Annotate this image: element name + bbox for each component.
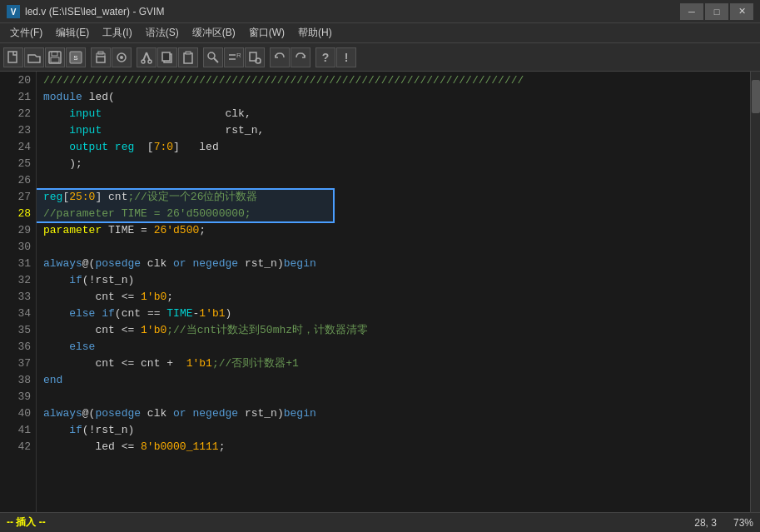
token: 1'b1 xyxy=(186,357,212,370)
minimize-button[interactable]: ─ xyxy=(680,3,703,20)
toolbar-preview[interactable] xyxy=(112,47,132,67)
line-number: 41 xyxy=(7,421,31,438)
token xyxy=(180,141,199,153)
svg-rect-2 xyxy=(8,52,17,62)
token: negedge xyxy=(192,257,238,270)
token: end xyxy=(43,374,62,386)
toolbar: S R ? ! xyxy=(0,43,760,72)
toolbar-cut[interactable] xyxy=(137,47,156,67)
token: clk xyxy=(147,257,166,270)
line-number: 23 xyxy=(7,122,31,138)
toolbar-print[interactable] xyxy=(91,47,111,67)
token: 25:0 xyxy=(69,191,95,203)
toolbar-replace[interactable]: R xyxy=(224,47,244,67)
token: rst_n xyxy=(95,424,127,436)
svg-rect-8 xyxy=(97,57,105,62)
code-line xyxy=(43,388,750,405)
token xyxy=(238,407,245,420)
menu-window[interactable]: 窗口(W) xyxy=(242,23,291,43)
svg-point-14 xyxy=(142,60,145,63)
token: if xyxy=(69,274,82,286)
token: TIME xyxy=(108,224,134,236)
token: ( xyxy=(108,91,115,103)
left-indicator-mark xyxy=(0,421,7,438)
token: led xyxy=(95,440,114,453)
maximize-button[interactable]: □ xyxy=(705,3,728,20)
token: clk xyxy=(225,107,244,120)
token xyxy=(43,107,69,120)
token: // xyxy=(43,207,57,220)
toolbar-sep3 xyxy=(199,47,202,67)
svg-line-21 xyxy=(214,58,218,62)
status-right: 28, 3 73% xyxy=(694,517,753,529)
left-indicator-mark xyxy=(0,255,7,271)
svg-text:R: R xyxy=(236,52,241,59)
token xyxy=(43,141,69,153)
toolbar-findfile[interactable] xyxy=(245,47,265,67)
token: module xyxy=(43,91,82,103)
token: cnt xyxy=(95,324,114,336)
left-indicator-mark xyxy=(0,388,7,405)
token: reg xyxy=(43,191,62,203)
token xyxy=(82,91,89,103)
close-button[interactable]: ✕ xyxy=(730,3,753,20)
token xyxy=(102,107,225,120)
toolbar-undo[interactable] xyxy=(270,47,290,67)
code-line: cnt <= 1'b0;//当cnt计数达到50mhz时，计数器清零 xyxy=(43,321,750,338)
toolbar-redo[interactable] xyxy=(291,47,310,67)
toolbar-save2[interactable]: S xyxy=(66,47,86,67)
token: ) xyxy=(226,307,232,320)
menu-file[interactable]: 文件(F) xyxy=(3,23,49,43)
token: + xyxy=(160,357,186,370)
scrollbar-thumb[interactable] xyxy=(752,80,760,113)
toolbar-save[interactable] xyxy=(45,47,65,67)
menu-syntax[interactable]: 语法(S) xyxy=(139,23,186,43)
left-indicator-mark xyxy=(0,205,7,221)
menu-help[interactable]: 帮助(H) xyxy=(291,23,339,43)
line-number: 30 xyxy=(7,238,31,255)
code-line: cnt <= 1'b0; xyxy=(43,288,750,305)
token: <= xyxy=(115,357,141,370)
code-area[interactable]: ////////////////////////////////////////… xyxy=(37,72,750,512)
line-numbers: 2021222324252627282930313233343536373839… xyxy=(7,72,37,512)
left-indicator-mark xyxy=(0,321,7,338)
toolbar-find[interactable] xyxy=(203,47,223,67)
toolbar-help[interactable]: ? xyxy=(315,47,335,67)
toolbar-copy[interactable] xyxy=(157,47,177,67)
app-icon: V xyxy=(7,5,20,18)
left-indicator-mark xyxy=(0,288,7,305)
token: 8'b0000_1111 xyxy=(141,440,219,453)
token: ; xyxy=(199,224,206,236)
token: TIME = 26'd50000000; xyxy=(115,207,251,220)
scrollbar[interactable] xyxy=(750,72,760,512)
token xyxy=(166,407,173,420)
token: = xyxy=(134,224,153,236)
toolbar-info[interactable]: ! xyxy=(336,47,356,67)
svg-point-15 xyxy=(148,60,152,63)
token xyxy=(238,257,245,270)
token: led xyxy=(89,91,108,103)
svg-rect-19 xyxy=(186,52,191,54)
menu-tools[interactable]: 工具(I) xyxy=(96,23,138,43)
token: [ xyxy=(62,191,69,203)
code-line: ////////////////////////////////////////… xyxy=(43,72,750,88)
token: input xyxy=(69,107,102,120)
line-number: 28 xyxy=(7,205,31,221)
token: (! xyxy=(82,274,96,286)
left-indicator-mark xyxy=(0,221,7,238)
token xyxy=(43,274,69,286)
menu-edit[interactable]: 编辑(E) xyxy=(49,23,96,43)
line-number: 32 xyxy=(7,271,31,288)
token: ] xyxy=(95,191,108,203)
token xyxy=(95,307,102,320)
toolbar-new[interactable] xyxy=(3,47,23,67)
code-line: module led( xyxy=(43,88,750,105)
menu-buffer[interactable]: 缓冲区(B) xyxy=(186,23,242,43)
toolbar-open[interactable] xyxy=(24,47,44,67)
toolbar-paste[interactable] xyxy=(178,47,198,67)
code-line: else xyxy=(43,338,750,355)
line-number: 29 xyxy=(7,221,31,238)
editor-mode: -- 插入 -- xyxy=(7,515,46,530)
token: if xyxy=(102,307,115,320)
token: ; xyxy=(219,440,226,453)
